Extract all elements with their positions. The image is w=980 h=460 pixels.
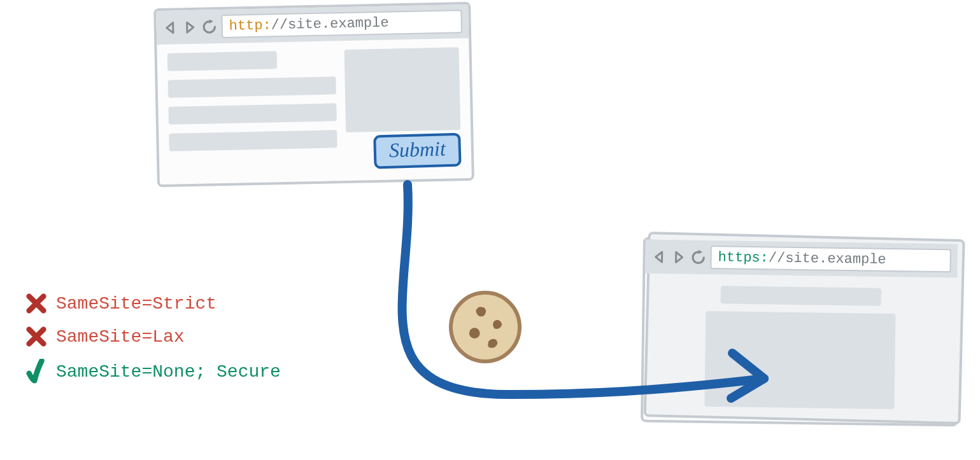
reload-icon: [201, 18, 218, 36]
back-icon: [651, 249, 667, 264]
browser-window-target: https://site.example: [641, 237, 960, 427]
skeleton-line: [167, 76, 336, 98]
content-skeleton-right: Submit: [344, 47, 462, 169]
samesite-rules-list: SameSite=Strict SameSite=Lax SameSite=No…: [25, 293, 281, 384]
skeleton-line: [167, 51, 277, 71]
url-path: //site.example: [769, 250, 886, 268]
back-icon: [162, 20, 178, 35]
rule-lax: SameSite=Lax: [25, 326, 281, 347]
url-path: //site.example: [271, 15, 388, 34]
page-content: [643, 274, 957, 424]
cookie-icon: [447, 289, 523, 365]
reload-icon: [690, 249, 706, 265]
rule-label: SameSite=Strict: [56, 294, 217, 314]
address-bar[interactable]: https://site.example: [710, 246, 951, 272]
skeleton-line: [721, 286, 881, 306]
browser-toolbar: https://site.example: [645, 240, 958, 278]
svg-point-1: [469, 328, 480, 338]
skeleton-line: [168, 103, 337, 125]
skeleton-block: [344, 47, 461, 132]
rule-none-secure: SameSite=None; Secure: [25, 359, 281, 384]
submit-button[interactable]: Submit: [373, 133, 461, 169]
rule-label: SameSite=Lax: [56, 327, 185, 347]
forward-icon: [671, 249, 686, 265]
content-skeleton-left: [167, 50, 338, 172]
skeleton-block: [705, 311, 896, 409]
cross-icon: [25, 293, 47, 314]
cross-icon: [25, 326, 47, 347]
page-content: Submit: [157, 38, 471, 185]
browser-window-source: http://site.example Submit: [153, 2, 474, 187]
address-bar[interactable]: http://site.example: [221, 10, 462, 38]
rule-strict: SameSite=Strict: [25, 293, 281, 314]
url-protocol: https:: [718, 249, 769, 266]
forward-icon: [181, 19, 197, 34]
check-icon: [25, 359, 47, 384]
rule-label: SameSite=None; Secure: [56, 362, 281, 382]
svg-point-0: [451, 293, 520, 361]
url-protocol: http:: [229, 17, 271, 34]
skeleton-line: [169, 130, 337, 151]
